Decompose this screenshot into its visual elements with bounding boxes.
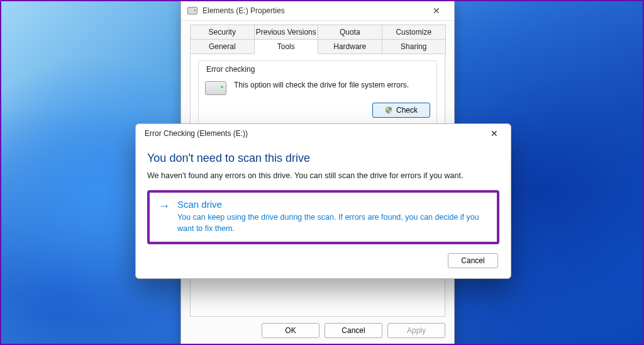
apply-button[interactable]: Apply	[387, 323, 445, 338]
tab-previous-versions[interactable]: Previous Versions	[254, 25, 319, 40]
close-icon[interactable]: ✕	[423, 2, 450, 20]
error-checking-dialog: Error Checking (Elements (E:)) ✕ You don…	[135, 123, 511, 279]
tab-security[interactable]: Security	[190, 25, 255, 40]
tab-sharing[interactable]: Sharing	[382, 39, 447, 54]
tab-general[interactable]: General	[190, 39, 255, 54]
tab-hardware[interactable]: Hardware	[318, 39, 382, 54]
errchk-footer: Cancel	[147, 244, 499, 269]
tab-quota[interactable]: Quota	[318, 25, 382, 40]
errchk-titlebar[interactable]: Error Checking (Elements (E:)) ✕	[136, 124, 511, 143]
ok-button[interactable]: OK	[262, 323, 319, 338]
cancel-button[interactable]: Cancel	[325, 323, 382, 338]
arrow-icon: →	[158, 199, 170, 234]
group-title: Error checking	[205, 65, 430, 76]
error-checking-group: Error checking This option will check th…	[198, 60, 437, 126]
properties-title: Elements (E:) Properties	[203, 6, 423, 15]
tab-tools[interactable]: Tools	[254, 39, 319, 54]
check-button[interactable]: Check	[372, 103, 430, 118]
scan-drive-action[interactable]: → Scan drive You can keep using the driv…	[147, 190, 499, 244]
shield-icon	[385, 106, 392, 114]
properties-tabs: Security Previous Versions Quota Customi…	[190, 25, 445, 54]
close-icon[interactable]: ✕	[480, 125, 508, 142]
scan-drive-text: Scan drive You can keep using the drive …	[177, 199, 488, 234]
properties-titlebar[interactable]: Elements (E:) Properties ✕	[181, 1, 454, 20]
errchk-heading: You don't need to scan this drive	[147, 152, 499, 165]
check-button-label: Check	[396, 106, 418, 115]
scan-drive-description: You can keep using the drive during the …	[177, 212, 488, 234]
cancel-button[interactable]: Cancel	[448, 253, 498, 268]
properties-footer: OK Cancel Apply	[190, 317, 445, 345]
tab-customize[interactable]: Customize	[382, 25, 447, 40]
error-checking-description: This option will check the drive for fil…	[234, 77, 430, 90]
errchk-paragraph: We haven't found any errors on this driv…	[147, 171, 499, 180]
errchk-body: You don't need to scan this drive We hav…	[136, 143, 511, 278]
drive-icon	[205, 81, 226, 95]
errchk-title: Error Checking (Elements (E:))	[145, 129, 480, 138]
scan-drive-title: Scan drive	[177, 199, 488, 210]
drive-icon	[187, 7, 197, 14]
